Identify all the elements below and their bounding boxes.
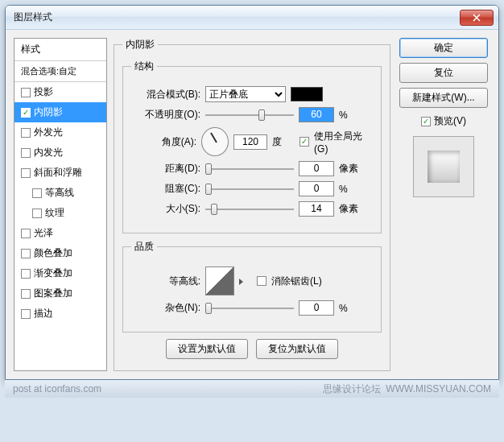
sidebar-item-label: 内发光	[34, 146, 63, 159]
sidebar-checkbox[interactable]	[21, 249, 31, 258]
sidebar-checkbox[interactable]	[21, 168, 31, 178]
sidebar-item-label: 内阴影	[34, 105, 63, 119]
sidebar-item-label: 颜色叠加	[34, 246, 72, 260]
sidebar-checkbox[interactable]	[32, 209, 42, 218]
sidebar-item-1[interactable]: 内阴影	[14, 102, 106, 122]
sidebar-item-label: 外发光	[34, 126, 63, 139]
global-light-label: 使用全局光(G)	[314, 130, 373, 155]
sidebar-item-label: 投影	[34, 85, 53, 99]
sidebar-checkbox[interactable]	[21, 128, 31, 138]
distance-label: 距离(D):	[131, 162, 200, 176]
styles-sidebar: 样式 混合选项:自定 投影内阴影外发光内发光斜面和浮雕等高线纹理光泽颜色叠加渐变…	[14, 38, 107, 371]
sidebar-item-0[interactable]: 投影	[14, 82, 106, 102]
sidebar-item-9[interactable]: 渐变叠加	[14, 263, 106, 283]
preview-swatch	[428, 151, 460, 183]
choke-slider[interactable]	[205, 183, 294, 196]
sidebar-item-label: 描边	[34, 307, 53, 320]
size-slider[interactable]	[205, 203, 294, 216]
cancel-button[interactable]: 复位	[399, 63, 488, 83]
opacity-unit: %	[339, 109, 363, 121]
sidebar-item-7[interactable]: 光泽	[14, 223, 106, 243]
quality-fieldset: 品质 等高线: 消除锯齿(L) 杂色(N): 0 %	[122, 240, 382, 333]
sidebar-item-5[interactable]: 等高线	[14, 183, 106, 203]
sidebar-item-label: 图案叠加	[34, 287, 72, 300]
sidebar-checkbox[interactable]	[21, 148, 31, 158]
opacity-input[interactable]: 60	[299, 107, 334, 122]
right-panel: 确定 复位 新建样式(W)... 预览(V)	[397, 38, 490, 371]
noise-input[interactable]: 0	[299, 300, 334, 316]
size-label: 大小(S):	[131, 202, 200, 216]
set-default-button[interactable]: 设置为默认值	[166, 339, 248, 359]
noise-label: 杂色(N):	[131, 301, 200, 315]
titlebar: 图层样式	[6, 6, 498, 30]
angle-dial[interactable]	[201, 127, 229, 156]
inner-shadow-fieldset: 内阴影 结构 混合模式(B): 正片叠底 不透明度(O): 60 %	[114, 38, 390, 371]
close-icon	[473, 14, 481, 22]
blend-mode-label: 混合模式(B):	[131, 88, 200, 101]
window-buttons	[460, 10, 494, 26]
opacity-slider[interactable]	[205, 109, 294, 122]
reset-default-button[interactable]: 复位为默认值	[256, 339, 338, 359]
preview-box	[413, 136, 474, 197]
noise-unit: %	[339, 303, 363, 314]
shadow-color-swatch[interactable]	[291, 87, 323, 101]
antialias-checkbox[interactable]	[257, 276, 266, 286]
ok-button[interactable]: 确定	[399, 38, 488, 58]
choke-unit: %	[339, 184, 363, 195]
opacity-label: 不透明度(O):	[131, 108, 200, 122]
dialog-content: 样式 混合选项:自定 投影内阴影外发光内发光斜面和浮雕等高线纹理光泽颜色叠加渐变…	[6, 30, 498, 379]
sidebar-item-3[interactable]: 内发光	[14, 143, 106, 163]
noise-slider[interactable]	[205, 302, 294, 315]
global-light-checkbox[interactable]	[300, 137, 309, 147]
blend-mode-select[interactable]: 正片叠底	[205, 86, 286, 102]
sidebar-checkbox[interactable]	[32, 188, 42, 198]
sidebar-checkbox[interactable]	[21, 269, 31, 279]
size-unit: 像素	[339, 202, 363, 216]
sidebar-item-8[interactable]: 颜色叠加	[14, 243, 106, 263]
distance-input[interactable]: 0	[299, 161, 334, 176]
sidebar-item-4[interactable]: 斜面和浮雕	[14, 163, 106, 183]
sidebar-item-label: 斜面和浮雕	[34, 166, 82, 180]
sidebar-checkbox[interactable]	[21, 88, 31, 97]
quality-legend: 品质	[131, 240, 157, 254]
sidebar-item-6[interactable]: 纹理	[14, 203, 106, 223]
preview-checkbox[interactable]	[421, 117, 431, 126]
choke-input[interactable]: 0	[299, 181, 334, 196]
new-style-button[interactable]: 新建样式(W)...	[399, 88, 488, 108]
page-footer: post at iconfans.com 思缘设计论坛 WWW.MISSYUAN…	[5, 380, 499, 398]
preview-label: 预览(V)	[434, 114, 466, 128]
sidebar-item-10[interactable]: 图案叠加	[14, 283, 106, 304]
window-title: 图层样式	[14, 10, 52, 24]
settings-panel: 内阴影 结构 混合模式(B): 正片叠底 不透明度(O): 60 %	[114, 38, 390, 371]
sidebar-checkbox[interactable]	[21, 108, 31, 118]
structure-fieldset: 结构 混合模式(B): 正片叠底 不透明度(O): 60 % 角度(A):	[122, 60, 382, 233]
size-input[interactable]: 14	[299, 201, 334, 217]
sidebar-header[interactable]: 样式	[14, 39, 106, 61]
angle-unit: 度	[272, 135, 295, 149]
contour-picker[interactable]	[205, 266, 234, 295]
distance-slider[interactable]	[205, 163, 294, 176]
sidebar-item-label: 光泽	[34, 226, 53, 240]
sidebar-checkbox[interactable]	[21, 289, 31, 299]
sidebar-checkbox[interactable]	[21, 229, 31, 238]
antialias-label: 消除锯齿(L)	[271, 275, 322, 288]
sidebar-subheader[interactable]: 混合选项:自定	[14, 61, 106, 82]
sidebar-item-label: 渐变叠加	[34, 266, 72, 280]
sidebar-item-label: 纹理	[45, 206, 64, 220]
angle-label: 角度(A):	[131, 135, 196, 149]
distance-unit: 像素	[339, 162, 363, 176]
sidebar-item-11[interactable]: 描边	[14, 304, 106, 324]
contour-label: 等高线:	[131, 275, 200, 288]
sidebar-item-label: 等高线	[45, 186, 74, 200]
close-button[interactable]	[460, 10, 494, 26]
dialog-window: 图层样式 样式 混合选项:自定 投影内阴影外发光内发光斜面和浮雕等高线纹理光泽颜…	[5, 5, 499, 380]
sidebar-checkbox[interactable]	[21, 309, 31, 319]
choke-label: 阻塞(C):	[131, 182, 200, 196]
structure-legend: 结构	[131, 60, 157, 73]
sidebar-item-2[interactable]: 外发光	[14, 122, 106, 143]
footer-left: post at iconfans.com	[13, 383, 101, 394]
angle-input[interactable]: 120	[233, 134, 267, 150]
panel-title: 内阴影	[122, 38, 158, 52]
